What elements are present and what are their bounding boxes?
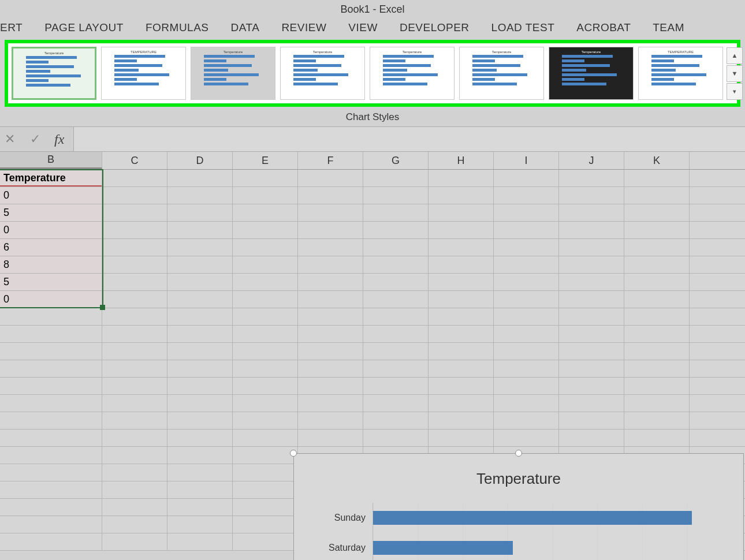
cell[interactable] bbox=[0, 533, 102, 550]
cell[interactable] bbox=[233, 447, 298, 464]
cell[interactable] bbox=[167, 430, 233, 446]
cell[interactable] bbox=[233, 170, 298, 186]
formula-input[interactable] bbox=[73, 127, 745, 151]
cell[interactable] bbox=[624, 222, 690, 238]
tab-team[interactable]: TEAM bbox=[653, 21, 684, 34]
cell[interactable] bbox=[363, 395, 429, 412]
cell[interactable] bbox=[102, 187, 167, 204]
table-row[interactable]: 0 bbox=[0, 222, 745, 239]
cell[interactable] bbox=[559, 378, 624, 394]
cell[interactable] bbox=[624, 187, 690, 204]
cell[interactable] bbox=[624, 360, 690, 377]
cell[interactable] bbox=[102, 481, 167, 498]
formula-cancel-icon[interactable]: ✕ bbox=[0, 129, 20, 149]
cell[interactable] bbox=[363, 360, 429, 377]
cell[interactable] bbox=[233, 291, 298, 308]
formula-enter-icon[interactable]: ✓ bbox=[25, 129, 45, 149]
cell[interactable] bbox=[559, 326, 624, 342]
cell[interactable] bbox=[559, 430, 624, 446]
chart-style-thumb[interactable]: TEMPERATURE bbox=[101, 47, 186, 100]
cell[interactable] bbox=[494, 274, 559, 290]
cell[interactable] bbox=[559, 239, 624, 256]
cell[interactable] bbox=[102, 326, 167, 342]
cell[interactable] bbox=[429, 291, 494, 308]
cell[interactable] bbox=[298, 343, 363, 360]
cell[interactable] bbox=[298, 395, 363, 412]
cell[interactable] bbox=[167, 308, 233, 325]
resize-handle[interactable] bbox=[515, 450, 522, 457]
cell[interactable] bbox=[624, 308, 690, 325]
column-header[interactable]: E bbox=[233, 152, 298, 169]
cell[interactable] bbox=[102, 222, 167, 238]
cell[interactable] bbox=[559, 170, 624, 186]
cell[interactable] bbox=[363, 343, 429, 360]
chart-style-thumb[interactable]: Temperature bbox=[459, 47, 544, 100]
embedded-chart[interactable]: Temperature SundaySaturdayFridayThursday… bbox=[293, 453, 744, 560]
cell[interactable] bbox=[102, 308, 167, 325]
cell[interactable] bbox=[624, 204, 690, 221]
tab-load-test[interactable]: LOAD TEST bbox=[491, 21, 555, 34]
cell[interactable] bbox=[494, 378, 559, 394]
gallery-scroll-down[interactable]: ▼ bbox=[727, 65, 743, 82]
table-row[interactable] bbox=[0, 430, 745, 447]
cell[interactable] bbox=[298, 430, 363, 446]
cell[interactable] bbox=[559, 343, 624, 360]
column-header[interactable]: I bbox=[494, 152, 559, 169]
cell[interactable] bbox=[494, 222, 559, 238]
cell[interactable] bbox=[429, 378, 494, 394]
cell[interactable] bbox=[167, 464, 233, 481]
cell[interactable] bbox=[167, 326, 233, 342]
cell[interactable] bbox=[233, 464, 298, 481]
cell[interactable] bbox=[0, 430, 102, 446]
cell[interactable] bbox=[559, 395, 624, 412]
cell[interactable]: Temperature bbox=[0, 170, 102, 186]
cell[interactable] bbox=[624, 291, 690, 308]
gallery-scroll-more[interactable]: ▾ bbox=[727, 83, 743, 100]
cell[interactable] bbox=[494, 308, 559, 325]
cell[interactable] bbox=[429, 239, 494, 256]
cell[interactable]: 6 bbox=[0, 239, 102, 256]
cell[interactable] bbox=[233, 239, 298, 256]
cell[interactable] bbox=[429, 222, 494, 238]
table-row[interactable]: 6 bbox=[0, 239, 745, 256]
cell[interactable]: 8 bbox=[0, 256, 102, 273]
cell[interactable] bbox=[494, 430, 559, 446]
cell[interactable] bbox=[559, 360, 624, 377]
cell[interactable] bbox=[0, 326, 102, 342]
tab-developer[interactable]: DEVELOPER bbox=[400, 21, 470, 34]
cell[interactable] bbox=[167, 291, 233, 308]
tab-review[interactable]: REVIEW bbox=[281, 21, 326, 34]
column-header[interactable]: K bbox=[624, 152, 690, 169]
tab-insert[interactable]: ERT bbox=[0, 21, 23, 34]
cell[interactable] bbox=[363, 326, 429, 342]
cell[interactable] bbox=[233, 378, 298, 394]
cell[interactable] bbox=[559, 291, 624, 308]
cell[interactable] bbox=[0, 395, 102, 412]
cell[interactable] bbox=[102, 499, 167, 516]
cell[interactable] bbox=[298, 239, 363, 256]
cell[interactable] bbox=[363, 222, 429, 238]
cell[interactable] bbox=[298, 222, 363, 238]
table-row[interactable]: Temperature bbox=[0, 170, 745, 187]
table-row[interactable] bbox=[0, 326, 745, 343]
cell[interactable] bbox=[363, 170, 429, 186]
cell[interactable] bbox=[102, 464, 167, 481]
cell[interactable] bbox=[233, 481, 298, 498]
cell[interactable] bbox=[429, 274, 494, 290]
cell[interactable] bbox=[298, 326, 363, 342]
cell[interactable] bbox=[233, 274, 298, 290]
cell[interactable] bbox=[233, 187, 298, 204]
cell[interactable] bbox=[233, 516, 298, 533]
cell[interactable] bbox=[429, 187, 494, 204]
table-row[interactable]: 8 bbox=[0, 256, 745, 274]
cell[interactable] bbox=[429, 412, 494, 429]
table-row[interactable] bbox=[0, 343, 745, 360]
cell[interactable] bbox=[233, 412, 298, 429]
chart-style-thumb[interactable]: TEMPERATURE bbox=[638, 47, 723, 100]
tab-formulas[interactable]: FORMULAS bbox=[146, 21, 209, 34]
cell[interactable] bbox=[624, 378, 690, 394]
cell[interactable] bbox=[233, 430, 298, 446]
cell[interactable] bbox=[233, 204, 298, 221]
cell[interactable] bbox=[624, 170, 690, 186]
cell[interactable] bbox=[0, 516, 102, 533]
